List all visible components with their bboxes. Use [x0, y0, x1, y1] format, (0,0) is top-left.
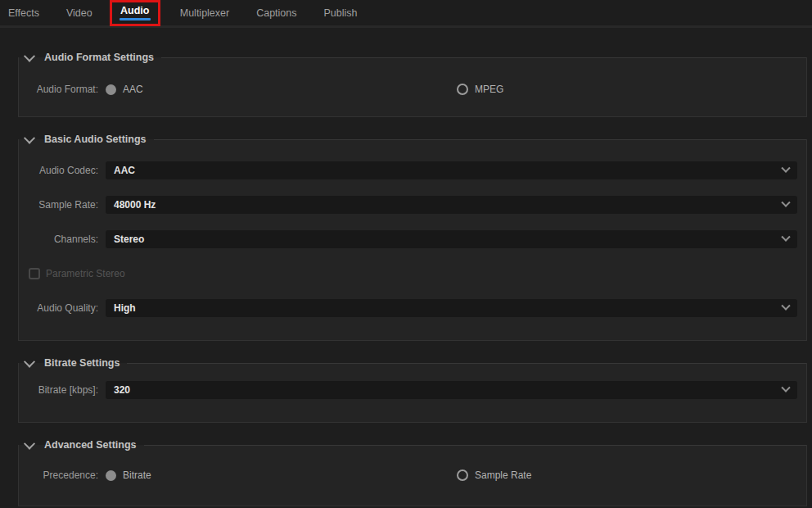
section-divider — [154, 139, 806, 140]
section-divider — [127, 363, 806, 364]
channels-dropdown[interactable]: Stereo — [106, 230, 797, 248]
section-advanced-settings: Advanced Settings Precedence: Bitrate Sa… — [18, 445, 807, 506]
chevron-down-icon — [781, 164, 790, 173]
section-header-audio-format-settings[interactable]: Audio Format Settings — [19, 49, 806, 66]
section-basic-audio-settings: Basic Audio Settings Audio Codec: AAC Sa… — [18, 139, 807, 341]
section-divider — [161, 57, 806, 58]
parametric-stereo-checkbox[interactable] — [29, 268, 40, 279]
section-header-basic-audio-settings[interactable]: Basic Audio Settings — [19, 131, 806, 147]
dropdown-value: 48000 Hz — [114, 199, 156, 211]
section-bitrate-settings: Bitrate Settings Bitrate [kbps]: 320 — [18, 363, 807, 423]
radio-option-mpeg[interactable]: MPEG — [457, 84, 503, 95]
bitrate-row: Bitrate [kbps]: 320 — [19, 381, 797, 399]
tab-video[interactable]: Video — [66, 7, 92, 19]
bitrate-dropdown[interactable]: 320 — [106, 381, 797, 399]
audio-quality-row: Audio Quality: High — [19, 299, 797, 317]
sample-rate-row: Sample Rate: 48000 Hz — [19, 196, 797, 214]
active-tab-underline — [120, 18, 151, 20]
section-header-bitrate-settings[interactable]: Bitrate Settings — [19, 355, 806, 371]
tab-multiplexer[interactable]: Multiplexer — [180, 7, 229, 19]
radio-selected-icon — [106, 84, 116, 95]
audio-quality-dropdown[interactable]: High — [106, 299, 797, 317]
tab-audio[interactable]: Audio — [120, 5, 149, 16]
radio-option-sample-rate[interactable]: Sample Rate — [457, 469, 531, 481]
chevron-down-icon — [24, 438, 35, 450]
radio-unselected-icon — [457, 469, 468, 481]
section-audio-format-settings: Audio Format Settings Audio Format: AAC … — [18, 57, 807, 117]
chevron-down-icon — [24, 133, 35, 144]
audio-settings-panel: Audio Format Settings Audio Format: AAC … — [0, 28, 812, 506]
parametric-stereo-label: Parametric Stereo — [46, 268, 125, 279]
chevron-down-icon — [781, 233, 790, 242]
section-header-advanced-settings[interactable]: Advanced Settings — [19, 437, 806, 453]
radio-option-aac[interactable]: AAC — [106, 84, 457, 95]
dropdown-value: High — [114, 302, 136, 314]
dropdown-value: AAC — [114, 165, 135, 176]
tab-publish[interactable]: Publish — [324, 7, 358, 19]
chevron-down-icon — [24, 356, 35, 368]
radio-option-label: Bitrate — [123, 469, 151, 481]
radio-unselected-icon — [457, 84, 468, 95]
tab-captions[interactable]: Captions — [256, 7, 296, 19]
audio-format-label: Audio Format: — [19, 84, 98, 95]
section-title: Bitrate Settings — [44, 357, 120, 369]
radio-option-label: AAC — [123, 84, 143, 95]
radio-option-label: Sample Rate — [475, 469, 531, 481]
audio-codec-label: Audio Codec: — [19, 165, 98, 176]
radio-selected-icon — [106, 470, 116, 481]
audio-codec-dropdown[interactable]: AAC — [106, 161, 797, 179]
audio-quality-label: Audio Quality: — [19, 302, 98, 314]
chevron-down-icon — [24, 51, 35, 62]
annotation-red-box: Audio — [110, 0, 160, 26]
tab-effects[interactable]: Effects — [8, 7, 39, 19]
dropdown-value: 320 — [114, 384, 130, 396]
chevron-down-icon — [781, 383, 790, 392]
chevron-down-icon — [781, 302, 790, 311]
export-settings-tab-bar: Effects Video Audio Multiplexer Captions… — [0, 0, 812, 28]
section-divider — [144, 445, 806, 446]
section-title: Audio Format Settings — [44, 52, 154, 63]
radio-option-bitrate[interactable]: Bitrate — [106, 469, 457, 481]
precedence-label: Precedence: — [19, 469, 98, 481]
bitrate-label: Bitrate [kbps]: — [19, 384, 98, 396]
channels-row: Channels: Stereo — [19, 230, 797, 248]
audio-codec-row: Audio Codec: AAC — [19, 161, 797, 179]
chevron-down-icon — [781, 198, 790, 207]
radio-option-label: MPEG — [475, 84, 503, 95]
parametric-stereo-row: Parametric Stereo — [19, 265, 797, 283]
channels-label: Channels: — [19, 234, 98, 245]
sample-rate-dropdown[interactable]: 48000 Hz — [106, 196, 797, 214]
sample-rate-label: Sample Rate: — [19, 199, 98, 211]
section-title: Advanced Settings — [44, 439, 137, 451]
dropdown-value: Stereo — [114, 234, 144, 245]
precedence-row: Precedence: Bitrate Sample Rate — [19, 466, 797, 484]
section-title: Basic Audio Settings — [44, 134, 147, 145]
audio-format-row: Audio Format: AAC MPEG — [19, 80, 797, 98]
